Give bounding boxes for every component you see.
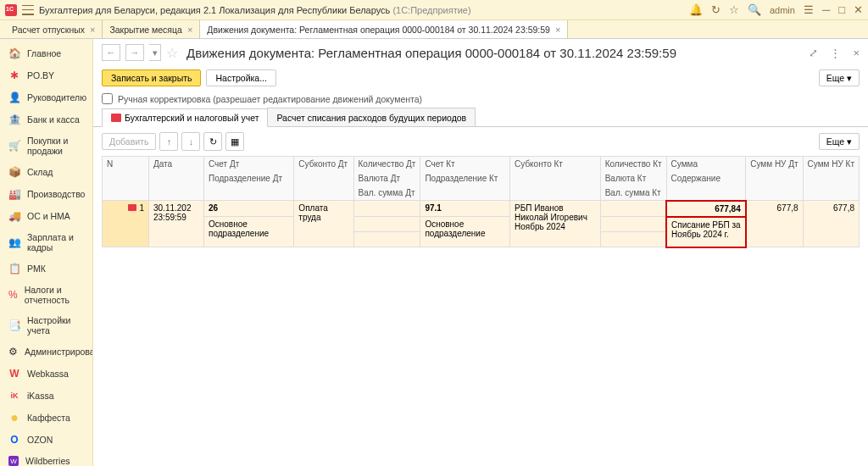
tab-close-icon[interactable]: × [555, 25, 560, 35]
sidebar-item-assets[interactable]: 🚚ОС и НМА [0, 205, 92, 227]
sidebar-item-manager[interactable]: 👤Руководителю [0, 86, 92, 108]
table-wrap: N Дата Счет Дт Субконто Дт Количество Дт… [93, 156, 868, 466]
manual-correction-checkbox[interactable] [102, 93, 113, 104]
more-button[interactable]: Еще ▾ [819, 69, 860, 86]
nav-back-button[interactable]: ← [102, 44, 120, 61]
tab-1[interactable]: Закрытие месяца× [103, 20, 200, 38]
bell-icon[interactable]: 🔔 [689, 3, 703, 16]
app-title: Бухгалтерия для Беларуси, редакция 2.1 Л… [39, 5, 471, 15]
th-division-kt: Подразделение Кт [420, 171, 510, 186]
sidebar-item-main[interactable]: 🏠Главное [0, 42, 92, 64]
th-n: N [103, 157, 149, 201]
th-subconto-dt: Субконто Дт [294, 157, 353, 201]
favorite-icon[interactable]: ☆ [166, 45, 178, 61]
star-icon[interactable]: ☆ [729, 3, 739, 16]
cell-account-dt: 26 [204, 201, 294, 217]
factory-icon: 🏭 [8, 188, 20, 200]
sidebar-item-ozon[interactable]: OOZON [0, 429, 92, 451]
sidebar-item-kaffesta[interactable]: ●Каффеста [0, 407, 92, 429]
tab-close-icon[interactable]: × [90, 25, 95, 35]
ozon-icon: O [8, 434, 20, 446]
cell-account-kt: 97.1 [420, 201, 510, 217]
cell-subconto-dt: Оплата труда [294, 201, 353, 247]
table-row[interactable]: 1 30.11.20223:59:59 26 Оплата труда 97.1… [103, 201, 860, 217]
table-more-button[interactable]: Еще ▾ [819, 133, 860, 150]
sidebar-item-webkassa[interactable]: WWebkassa [0, 363, 92, 385]
app-logo-icon [5, 4, 17, 16]
cell-subconto-kt: РБП Иванов Николай Игоревич Ноябрь 2024 [510, 201, 601, 247]
cart-icon: 🛒 [8, 140, 20, 152]
hamburger-icon[interactable] [22, 5, 34, 15]
add-button[interactable]: Добавить [102, 133, 156, 150]
th-account-kt: Счет Кт [420, 157, 510, 172]
sidebar: 🏠Главное ✱PO.BY 👤Руководителю 🏦Банк и ка… [0, 39, 93, 466]
cell-currency-dt [353, 217, 420, 232]
wildberries-icon: W [8, 456, 19, 466]
cell-division-dt: Основное подразделение [204, 217, 294, 247]
search-icon[interactable]: 🔍 [748, 3, 761, 16]
action-button[interactable]: ▦ [225, 132, 244, 151]
home-icon: 🏠 [8, 47, 20, 59]
sidebar-item-poby[interactable]: ✱PO.BY [0, 64, 92, 86]
move-up-button[interactable]: ↑ [159, 132, 178, 151]
entry-icon [111, 114, 121, 122]
inner-tab-accounting[interactable]: Бухгалтерский и налоговый учет [102, 108, 268, 127]
th-sum-nu-dt: Сумм НУ Дт [746, 157, 803, 201]
star-icon: ✱ [8, 69, 20, 81]
sidebar-item-salary[interactable]: 👥Зарплата и кадры [0, 227, 92, 258]
th-qty-dt: Количество Дт [353, 157, 420, 172]
cell-val-sum-kt [600, 232, 666, 247]
sidebar-item-ikassa[interactable]: iKiKassa [0, 385, 92, 407]
user-label[interactable]: admin [770, 5, 795, 15]
more-vertical-icon[interactable]: ⋮ [830, 47, 841, 59]
cell-qty-dt [353, 201, 420, 217]
doc-icon: 📑 [8, 319, 20, 331]
history-icon[interactable]: ↻ [711, 3, 721, 16]
cell-currency-kt [600, 217, 666, 232]
tab-0[interactable]: Расчет отпускных× [5, 20, 103, 38]
inner-tab-calc[interactable]: Расчет списания расходов будущих периодо… [267, 108, 476, 126]
refresh-button[interactable]: ↻ [203, 132, 222, 151]
nav-forward-button[interactable]: → [125, 44, 144, 61]
bank-icon: 🏦 [8, 114, 20, 125]
minimize-icon[interactable]: ─ [822, 3, 830, 16]
th-account-dt: Счет Дт [204, 157, 294, 172]
tab-2[interactable]: Движения документа: Регламентная операци… [200, 20, 568, 38]
move-down-button[interactable]: ↓ [181, 132, 200, 151]
sidebar-item-taxes[interactable]: %Налоги и отчетность [0, 280, 92, 310]
th-content: Содержание [666, 171, 746, 201]
manual-correction-row: Ручная корректировка (разрешает редактир… [93, 90, 868, 108]
save-close-button[interactable]: Записать и закрыть [102, 69, 201, 86]
expand-icon[interactable]: ⤢ [809, 47, 818, 59]
ikassa-icon: iK [8, 390, 20, 402]
table-row[interactable]: Основное подразделение Основное подразде… [103, 217, 860, 232]
maximize-icon[interactable]: □ [838, 3, 845, 16]
close-icon[interactable]: ✕ [854, 3, 863, 16]
sidebar-item-warehouse[interactable]: 📦Склад [0, 161, 92, 183]
menu-icon[interactable]: ☰ [804, 3, 814, 16]
people-icon: 👥 [8, 236, 20, 248]
entries-table: N Дата Счет Дт Субконто Дт Количество Дт… [102, 156, 860, 248]
th-division-dt: Подразделение Дт [204, 171, 294, 186]
table-toolbar: Добавить ↑ ↓ ↻ ▦ Еще ▾ [93, 127, 868, 156]
entry-icon [128, 204, 136, 211]
sidebar-item-admin[interactable]: ⚙Администрирование [0, 341, 92, 363]
close-panel-icon[interactable]: × [853, 47, 860, 59]
cell-n: 1 [103, 201, 149, 247]
sidebar-item-wildberries[interactable]: WWildberries [0, 451, 92, 466]
sidebar-item-settings[interactable]: 📑Настройки учета [0, 310, 92, 341]
box-icon: 📦 [8, 166, 20, 178]
th-sum: Сумма [666, 157, 746, 172]
clipboard-icon: 📋 [8, 263, 20, 275]
settings-button[interactable]: Настройка... [206, 69, 275, 86]
cell-sum: 677,84 [666, 201, 746, 217]
th-currency-dt: Валюта Дт [353, 171, 420, 186]
titlebar-right: 🔔 ↻ ☆ 🔍 admin ☰ ─ □ ✕ [689, 3, 863, 16]
sidebar-item-rmk[interactable]: 📋РМК [0, 258, 92, 280]
nav-dropdown-button[interactable]: ▾ [149, 44, 161, 61]
sidebar-item-bank[interactable]: 🏦Банк и касса [0, 108, 92, 130]
sidebar-item-production[interactable]: 🏭Производство [0, 183, 92, 205]
sidebar-item-sales[interactable]: 🛒Покупки и продажи [0, 130, 92, 161]
gear-icon: ⚙ [8, 346, 18, 358]
tab-close-icon[interactable]: × [187, 25, 192, 35]
